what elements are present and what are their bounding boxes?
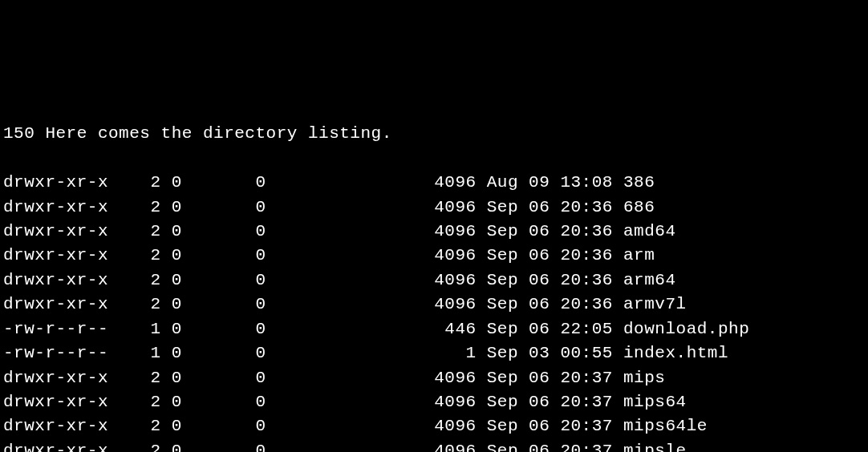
listing-header: 150 Here comes the directory listing. <box>3 122 865 146</box>
listing-row: drwxr-xr-x 2 0 0 4096 Sep 06 20:36 arm <box>3 244 865 268</box>
listing-row: drwxr-xr-x 2 0 0 4096 Sep 06 20:37 mips <box>3 366 865 390</box>
listing-row: drwxr-xr-x 2 0 0 4096 Sep 06 20:36 arm64 <box>3 268 865 293</box>
listing-row: -rw-r--r-- 1 0 0 1 Sep 03 00:55 index.ht… <box>3 341 865 365</box>
listing-row: -rw-r--r-- 1 0 0 446 Sep 06 22:05 downlo… <box>3 317 865 341</box>
terminal-output: 150 Here comes the directory listing. dr… <box>3 98 865 452</box>
listing-row: drwxr-xr-x 2 0 0 4096 Sep 06 20:36 686 <box>3 196 865 220</box>
listing-row: drwxr-xr-x 2 0 0 4096 Aug 09 13:08 386 <box>3 171 865 195</box>
listing-row: drwxr-xr-x 2 0 0 4096 Sep 06 20:37 mipsl… <box>3 439 865 452</box>
listing-row: drwxr-xr-x 2 0 0 4096 Sep 06 20:37 mips6… <box>3 414 865 438</box>
directory-listing: drwxr-xr-x 2 0 0 4096 Aug 09 13:08 386dr… <box>3 171 865 452</box>
listing-row: drwxr-xr-x 2 0 0 4096 Sep 06 20:36 armv7… <box>3 293 865 317</box>
listing-row: drwxr-xr-x 2 0 0 4096 Sep 06 20:37 mips6… <box>3 390 865 414</box>
listing-row: drwxr-xr-x 2 0 0 4096 Sep 06 20:36 amd64 <box>3 220 865 244</box>
